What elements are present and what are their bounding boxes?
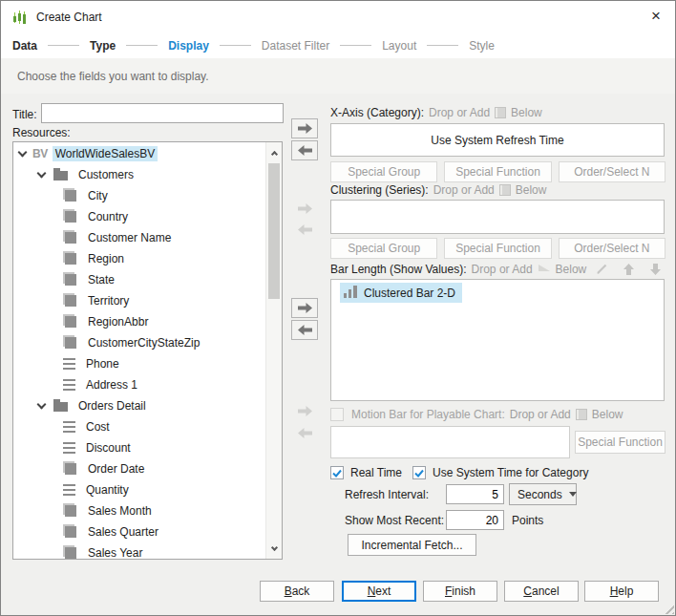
cancel-button[interactable]: Cancel (504, 581, 579, 602)
tree-item[interactable]: State (13, 269, 265, 290)
window-title: Create Chart (36, 11, 102, 24)
step-data[interactable]: Data (12, 39, 37, 53)
xaxis-drop-area[interactable]: Use System Refresh Time (330, 123, 665, 157)
field-text-icon (63, 484, 75, 496)
remove-from-motion-bar-button (291, 423, 318, 443)
step-style[interactable]: Style (469, 39, 495, 53)
tree-item[interactable]: Discount (13, 437, 265, 458)
tree-item[interactable]: Cost (13, 416, 265, 437)
tree-item[interactable]: Sales Quarter (13, 521, 265, 542)
real-time-checkbox[interactable] (330, 466, 344, 479)
tree-item-label: Sales Month (85, 503, 155, 519)
show-most-recent-input[interactable] (446, 510, 504, 530)
order-select-n-button[interactable]: Order/Select N (559, 238, 665, 259)
remove-from-bar-length-button[interactable] (291, 320, 318, 340)
tree-item[interactable]: Sales Year (13, 542, 265, 560)
resize-grip[interactable] (662, 602, 674, 614)
below-hint: Below (511, 106, 542, 119)
chevron-down-icon[interactable] (37, 169, 47, 179)
tree-item[interactable]: Region (13, 248, 265, 269)
finish-button[interactable]: Finish (423, 581, 497, 602)
special-function-button[interactable]: Special Function (444, 161, 551, 182)
add-to-bar-length-button[interactable] (291, 298, 318, 318)
scrollbar-thumb[interactable] (268, 163, 280, 299)
chart-app-icon (12, 10, 28, 25)
motion-bar-drop-area (330, 426, 570, 458)
tree-item[interactable]: RegionAbbr (13, 311, 265, 332)
tree-item-label: Customer Name (85, 230, 174, 245)
special-group-button[interactable]: Special Group (330, 161, 437, 182)
field-cube-icon (65, 232, 76, 244)
field-cube-icon (65, 316, 76, 328)
tree-item-label: Region (85, 251, 127, 266)
remove-from-xaxis-button[interactable] (291, 140, 318, 160)
refresh-unit-select[interactable]: Seconds (509, 483, 577, 505)
xaxis-label: X-Axis (Category): (330, 106, 424, 119)
tree-item-label: Territory (85, 293, 132, 308)
refresh-interval-input[interactable] (446, 484, 504, 504)
step-type[interactable]: Type (90, 39, 116, 53)
tree-item[interactable]: Phone (13, 353, 265, 374)
bar-length-label: Bar Length (Show Values): (330, 263, 467, 276)
field-drop-icon (576, 409, 587, 420)
chevron-down-icon[interactable] (18, 148, 28, 158)
chevron-down-icon (569, 492, 577, 497)
tree-item[interactable]: BV WorldWideSalesBV (13, 143, 265, 164)
add-to-motion-bar-button (291, 401, 318, 421)
special-function-button[interactable]: Special Function (444, 238, 551, 259)
field-cube-icon (65, 211, 76, 223)
tree-item[interactable]: Customer Name (13, 227, 265, 248)
tree-scrollbar[interactable] (265, 142, 282, 559)
tree-item[interactable]: Customers (13, 164, 265, 185)
tree-item-label: CustomerCityStateZip (85, 335, 202, 350)
special-group-button[interactable]: Special Group (330, 238, 437, 259)
step-dataset-filter[interactable]: Dataset Filter (262, 39, 329, 53)
system-time-checkbox[interactable] (412, 466, 426, 479)
help-button[interactable]: Help (584, 581, 659, 602)
step-description-band: Choose the fields you want to display. (1, 58, 675, 94)
tree-item[interactable]: City (13, 185, 265, 206)
motion-special-function-button: Special Function (575, 431, 665, 454)
tree-item-label: Quantity (83, 482, 132, 498)
real-time-option[interactable]: Real Time (330, 466, 402, 479)
tree-item[interactable]: Country (13, 206, 265, 227)
tree-item[interactable]: Orders Detail (13, 395, 265, 416)
clustering-drop-area[interactable] (330, 200, 665, 234)
scroll-up-icon[interactable] (266, 144, 282, 159)
incremental-fetch-button[interactable]: Incremental Fetch... (348, 534, 476, 556)
tree-item[interactable]: Address 1 (13, 374, 265, 395)
points-label: Points (512, 514, 543, 527)
field-cube-icon (65, 190, 76, 202)
tree-item[interactable]: Territory (13, 290, 265, 311)
system-time-option[interactable]: Use System Time for Category (412, 466, 588, 479)
tree-item[interactable]: Order Date (13, 458, 265, 479)
tree-item-label: RegionAbbr (85, 314, 151, 329)
chevron-down-icon[interactable] (37, 400, 47, 410)
back-button[interactable]: Back (260, 581, 334, 602)
clustered-bar-icon (344, 285, 358, 301)
dialog-header: Create Chart × Data Type Display Dataset… (1, 1, 675, 94)
add-to-xaxis-button[interactable] (291, 118, 318, 138)
tree-item[interactable]: Sales Month (13, 500, 265, 521)
motion-bar-checkbox[interactable] (330, 408, 344, 421)
clustering-label: Clustering (Series): (330, 183, 429, 197)
scroll-down-icon[interactable] (266, 542, 282, 557)
step-layout[interactable]: Layout (382, 39, 416, 53)
tree-item[interactable]: Quantity (13, 479, 265, 500)
edit-pencil-icon (592, 261, 612, 277)
step-display[interactable]: Display (168, 39, 209, 53)
step-divider (340, 45, 371, 46)
motion-bar-section-header: Motion Bar for Playable Chart: Drop or A… (330, 408, 623, 421)
tree-item[interactable]: CustomerCityStateZip (13, 332, 265, 353)
chart-title-input[interactable] (41, 103, 284, 123)
step-divider (126, 45, 158, 46)
next-button[interactable]: Next (342, 581, 416, 602)
order-select-n-button[interactable]: Order/Select N (559, 161, 665, 182)
field-cube-icon (65, 547, 76, 559)
resources-tree: BV WorldWideSalesBV Customers City Count… (12, 141, 283, 560)
bar-length-item[interactable]: Clustered Bar 2-D (340, 283, 462, 303)
step-divider (427, 45, 458, 46)
field-drop-icon (499, 184, 511, 196)
drop-or-add-hint: Drop or Add (510, 408, 571, 421)
close-icon[interactable]: × (651, 8, 661, 24)
